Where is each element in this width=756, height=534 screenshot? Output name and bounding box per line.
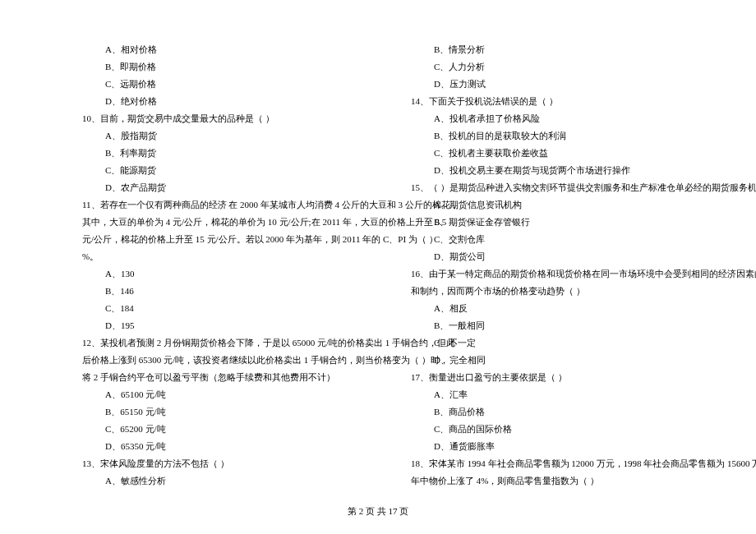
q10-text: 10、目前，期货交易中成交量最大的品种是（ ） <box>82 110 353 127</box>
q17-text: 17、衡量进出口盈亏的主要依据是（ ） <box>411 369 723 386</box>
q13-option-a: A、敏感性分析 <box>82 472 353 490</box>
q12-line3: 将 2 手铜合约平仓可以盈亏平衡（忽略手续费和其他费用不计） <box>82 369 353 386</box>
q11-line2: 其中，大豆的单价为 4 元/公斤，棉花的单价为 10 元/公斤;在 2011 年… <box>82 214 353 231</box>
q13-option-c: C、人力分析 <box>411 58 723 76</box>
q9-option-a: A、相对价格 <box>82 41 353 58</box>
q15-option-b: B、期货保证金存管银行 <box>411 214 723 231</box>
q10-option-d: D、农产品期货 <box>82 179 353 196</box>
q10-option-c: C、能源期货 <box>82 162 353 179</box>
q15-option-d: D、期货公司 <box>411 248 723 265</box>
page-container: A、相对价格 B、即期价格 C、远期价格 D、绝对价格 10、目前，期货交易中成… <box>0 0 756 509</box>
q15-text: 15、（ ）是期货品种进入实物交割环节提供交割服务和生产标准仓单必经的期货服务机… <box>411 179 723 196</box>
q12-option-c: C、65200 元/吨 <box>82 421 353 438</box>
q16-option-d: D、完全相同 <box>411 352 723 369</box>
q14-option-a: A、投机者承担了价格风险 <box>411 110 723 127</box>
q17-option-d: D、通货膨胀率 <box>411 438 723 455</box>
page-footer: 第 2 页 共 17 页 <box>0 505 756 518</box>
q14-text: 14、下面关于投机说法错误的是（ ） <box>411 93 723 110</box>
q15-option-c: C、交割仓库 <box>411 231 723 248</box>
right-column: B、情景分析 C、人力分析 D、压力测试 14、下面关于投机说法错误的是（ ） … <box>378 41 756 509</box>
q11-line3: 元/公斤，棉花的价格上升至 15 元/公斤。若以 2000 年为基年，则 201… <box>82 231 353 248</box>
q12-option-a: A、65100 元/吨 <box>82 386 353 403</box>
q13-option-d: D、压力测试 <box>411 76 723 93</box>
q12-option-d: D、65350 元/吨 <box>82 438 353 455</box>
q14-option-d: D、投机交易主要在期货与现货两个市场进行操作 <box>411 162 723 179</box>
q11-line4: %。 <box>82 248 353 265</box>
q9-option-d: D、绝对价格 <box>82 93 353 110</box>
q16-line2: 和制约，因而两个市场的价格变动趋势（ ） <box>411 283 723 300</box>
q9-option-c: C、远期价格 <box>82 76 353 93</box>
q11-option-d: D、195 <box>82 317 353 334</box>
q13-option-b: B、情景分析 <box>411 41 723 58</box>
q11-option-c: C、184 <box>82 300 353 317</box>
q16-option-c: C、不一定 <box>411 334 723 352</box>
q16-line1: 16、由于某一特定商品的期货价格和现货价格在同一市场环境中会受到相同的经济因素的… <box>411 265 723 283</box>
q10-option-a: A、股指期货 <box>82 127 353 145</box>
q14-option-b: B、投机的目的是获取较大的利润 <box>411 127 723 145</box>
q18-line2: 年中物价上涨了 4%，则商品零售量指数为（ ） <box>411 472 723 490</box>
left-column: A、相对价格 B、即期价格 C、远期价格 D、绝对价格 10、目前，期货交易中成… <box>0 41 378 509</box>
q17-option-c: C、商品的国际价格 <box>411 421 723 438</box>
q14-option-c: C、投机者主要获取价差收益 <box>411 145 723 162</box>
q16-option-a: A、相反 <box>411 300 723 317</box>
q12-line2: 后价格上涨到 65300 元/吨，该投资者继续以此价格卖出 1 手铜合约，则当价… <box>82 352 353 369</box>
q12-option-b: B、65150 元/吨 <box>82 403 353 421</box>
q17-option-a: A、汇率 <box>411 386 723 403</box>
q10-option-b: B、利率期货 <box>82 145 353 162</box>
q18-line1: 18、宋体某市 1994 年社会商品零售额为 12000 万元，1998 年社会… <box>411 455 723 472</box>
q17-option-b: B、商品价格 <box>411 403 723 421</box>
q9-option-b: B、即期价格 <box>82 58 353 76</box>
q11-line1: 11、若存在一个仅有两种商品的经济 在 2000 年某城市人均消费 4 公斤的大… <box>82 196 353 214</box>
q11-option-a: A、130 <box>82 265 353 283</box>
q13-text: 13、宋体风险度量的方法不包括（ ） <box>82 455 353 472</box>
q12-line1: 12、某投机者预测 2 月份铜期货价格会下降，于是以 65000 元/吨的价格卖… <box>82 334 353 352</box>
q11-option-b: B、146 <box>82 283 353 300</box>
q15-option-a: A、期货信息资讯机构 <box>411 196 723 214</box>
q16-option-b: B、一般相同 <box>411 317 723 334</box>
